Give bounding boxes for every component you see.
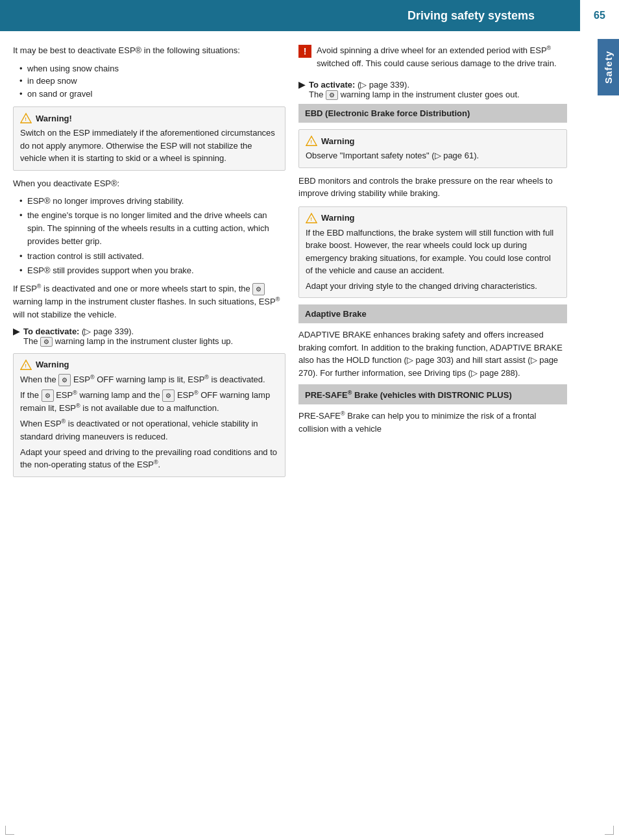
ebd-warning-triangle-icon-2: ! (306, 212, 317, 224)
adaptive-brake-section-header: Adaptive Brake (298, 304, 567, 323)
deactivate-link-text: To deactivate: (▷ page 339). The ⚙ warni… (23, 327, 233, 347)
warning-box-2: ! Warning When the ⚙ ESP® OFF warning la… (13, 353, 285, 477)
header-title: Driving safety systems (0, 9, 580, 23)
danger-text: Avoid spinning a drive wheel for an exte… (317, 44, 567, 69)
esp-lamp-activate-icon: ⚙ (326, 90, 338, 100)
warning-text-1: Switch on the ESP immediately if the afo… (20, 127, 278, 165)
page-number: 65 (580, 0, 619, 31)
esp-effect-item: traction control is still activated. (19, 250, 285, 263)
warning2-item2: If the ⚙ ESP® warning lamp and the ⚙ ESP… (20, 389, 278, 415)
ebd-warning-triangle-icon: ! (306, 135, 317, 147)
esp-off-lamp-icon-inline2: ⚙ (162, 389, 175, 402)
warning-triangle-icon: ! (20, 112, 32, 124)
ebd-warning-box-2: ! Warning If the EBD malfunctions, the b… (298, 206, 567, 299)
left-column: It may be best to deactivate ESP® in the… (13, 44, 285, 484)
warning2-item1: When the ⚙ ESP® OFF warning lamp is lit,… (20, 373, 278, 386)
situation-list: when using snow chains in deep snow on s… (19, 62, 285, 101)
ebd-warning-label-2: Warning (321, 213, 355, 223)
ebd-warning-header-2: ! Warning (306, 212, 560, 224)
warning-triangle-icon-2: ! (20, 359, 32, 371)
activate-arrow-symbol: ▶ (298, 80, 305, 90)
list-item: on sand or gravel (19, 88, 285, 101)
intro-text: It may be best to deactivate ESP® in the… (13, 44, 285, 57)
corner-mark-br (605, 826, 614, 835)
ebd-warning2-item1: If the EBD malfunctions, the brake syste… (306, 227, 560, 277)
ebd-warning2-item2: Adapt your driving style to the changed … (306, 280, 560, 293)
ebd-warning-text-1: Observe "Important safety notes" (▷ page… (306, 149, 560, 162)
list-item: in deep snow (19, 75, 285, 88)
flash-text: If ESP® is deactivated and one or more w… (13, 282, 285, 321)
warning-label-2: Warning (36, 360, 69, 369)
danger-block: ! Avoid spinning a drive wheel for an ex… (298, 44, 567, 75)
activate-link: ▶ To activate: (▷ page 339). The ⚙ warni… (298, 80, 567, 100)
warning2-item4: Adapt your speed and driving to the prev… (20, 446, 278, 471)
svg-text:!: ! (25, 363, 27, 369)
warning-label-1: Warning! (36, 114, 72, 123)
esp-effects-list: ESP® no longer improves driving stabilit… (19, 195, 285, 277)
ebd-section-header: EBD (Electronic Brake force Distribution… (298, 104, 567, 123)
svg-text:!: ! (310, 216, 312, 222)
esp-effect-item: ESP® no longer improves driving stabilit… (19, 195, 285, 208)
corner-mark-bl (5, 826, 14, 835)
esp-effect-item: ESP® still provides support when you bra… (19, 264, 285, 277)
warning-box-1: ! Warning! Switch on the ESP immediately… (13, 106, 285, 171)
ebd-body-text: EBD monitors and controls the brake pres… (298, 175, 567, 200)
page-header: Driving safety systems 65 (0, 0, 619, 31)
presafe-section-header: PRE-SAFE® Brake (vehicles with DISTRONIC… (298, 384, 567, 404)
esp-effect-item: the engine's torque is no longer limited… (19, 209, 285, 248)
warning2-item3: When ESP® is deactivated or not operatio… (20, 417, 278, 443)
svg-text:!: ! (25, 117, 27, 123)
side-tab-safety: Safety (598, 39, 619, 95)
esp-warning-lamp-icon: ⚙ (252, 283, 265, 295)
ebd-warning-header-1: ! Warning (306, 135, 560, 147)
esp-off-lamp-icon-inline: ⚙ (58, 374, 71, 386)
ebd-warning-label-1: Warning (321, 136, 355, 146)
deactivate-link: ▶ To deactivate: (▷ page 339). The ⚙ war… (13, 327, 285, 347)
esp-off-lamp-icon: ⚙ (40, 337, 53, 347)
presafe-body: PRE-SAFE® Brake can help you to minimize… (298, 410, 567, 435)
warning-header-1: ! Warning! (20, 112, 278, 124)
right-column: ! Avoid spinning a drive wheel for an ex… (298, 44, 613, 484)
warning-header-2: ! Warning (20, 359, 278, 371)
adaptive-brake-body: ADAPTIVE BRAKE enhances braking safety a… (298, 328, 567, 379)
danger-exclamation-icon: ! (298, 45, 311, 58)
main-content: It may be best to deactivate ESP® in the… (0, 31, 619, 497)
deactivate-intro: When you deactivate ESP®: (13, 177, 285, 190)
svg-text:!: ! (310, 140, 312, 145)
list-item: when using snow chains (19, 62, 285, 75)
arrow-symbol: ▶ (13, 327, 19, 336)
activate-link-text: To activate: (▷ page 339). The ⚙ warning… (309, 80, 520, 100)
ebd-warning-box-1: ! Warning Observe "Important safety note… (298, 129, 567, 168)
esp-lamp-icon-inline: ⚙ (42, 389, 54, 402)
